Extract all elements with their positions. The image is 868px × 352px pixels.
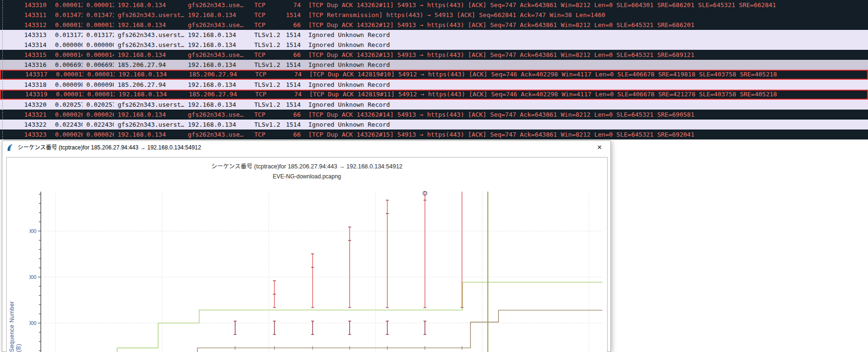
packet-row[interactable]: 143313 0.013172 0.013172 gfs262n343.user… bbox=[0, 30, 868, 40]
packet-length: 1514 bbox=[280, 10, 302, 20]
packet-protocol: TCP bbox=[250, 50, 280, 60]
packet-time: 0.020257 bbox=[51, 100, 83, 110]
packet-time: 0.000013 bbox=[51, 20, 83, 30]
packet-time-delta: 0.000013 bbox=[83, 20, 114, 30]
row-gutter bbox=[0, 60, 6, 70]
packet-time: 0.000012 bbox=[51, 0, 83, 10]
packet-length: 1514 bbox=[280, 30, 302, 40]
packet-no: 143313 bbox=[6, 30, 51, 40]
sequence-chart[interactable]: 405000410000415000 bbox=[29, 188, 604, 352]
packet-info: [TCP Dup ACK 143262#15] 54913 → https(44… bbox=[302, 130, 868, 139]
packet-time-delta: 0.013172 bbox=[83, 30, 114, 40]
packet-no: 143310 bbox=[6, 0, 51, 10]
packet-info: [TCP Dup ACK 143262#11] 54913 → https(44… bbox=[302, 0, 868, 10]
packet-row[interactable]: 143314 0.000000 0.000000 gfs262n343.user… bbox=[0, 40, 868, 50]
packet-row[interactable]: 143319 0.000013 0.000013 192.168.0.134 1… bbox=[0, 90, 868, 100]
packet-time: 0.000098 bbox=[51, 80, 83, 90]
packet-time-delta: 0.000026 bbox=[83, 110, 114, 120]
packet-protocol: TLSv1.2 bbox=[250, 60, 280, 70]
packet-no: 143322 bbox=[6, 120, 51, 130]
packet-row[interactable]: 143322 0.022430 0.022430 gfs262n343.user… bbox=[0, 120, 868, 130]
packet-time: 0.000014 bbox=[51, 50, 83, 60]
packet-row[interactable]: 143320 0.020257 0.020257 gfs262n343.user… bbox=[0, 100, 868, 110]
packet-length: 74 bbox=[281, 91, 303, 99]
svg-text:415000: 415000 bbox=[29, 228, 37, 234]
packet-time: 0.013473 bbox=[51, 10, 83, 20]
packet-no: 143312 bbox=[6, 20, 51, 30]
packet-protocol: TLSv1.2 bbox=[250, 120, 280, 130]
packet-info: [TCP Dup ACK 142819#10] 54912 → https(44… bbox=[303, 71, 867, 79]
packet-source: gfs262n343.userst… bbox=[114, 30, 184, 40]
packet-source: 185.206.27.94 bbox=[114, 80, 184, 90]
packet-time: 0.000000 bbox=[51, 40, 83, 50]
packet-protocol: TLSv1.2 bbox=[250, 40, 280, 50]
packet-time-delta: 0.006693 bbox=[83, 60, 114, 70]
packet-no: 143320 bbox=[6, 100, 51, 110]
packet-destination: 192.168.0.134 bbox=[184, 100, 250, 110]
packet-source: gfs262n343.userst… bbox=[114, 120, 184, 130]
packet-time: 0.000013 bbox=[52, 91, 83, 99]
packet-destination: 185.206.27.94 bbox=[185, 71, 251, 79]
packet-time-delta: 0.000013 bbox=[83, 71, 115, 79]
row-gutter bbox=[0, 110, 6, 120]
packet-source: gfs262n343.userst… bbox=[114, 40, 184, 50]
packet-destination: gfs262n343.use… bbox=[184, 20, 250, 30]
packet-destination: 192.168.0.134 bbox=[184, 30, 250, 40]
packet-length: 66 bbox=[280, 110, 302, 120]
packet-length: 66 bbox=[280, 20, 302, 30]
packet-row[interactable]: 143311 0.013473 0.013473 gfs262n343.user… bbox=[0, 10, 868, 20]
packet-row[interactable]: 143318 0.000098 0.000098 185.206.27.94 1… bbox=[0, 80, 868, 90]
packet-no: 143323 bbox=[6, 130, 51, 139]
packet-length: 1514 bbox=[280, 120, 302, 130]
packet-time: 0.000013 bbox=[52, 71, 83, 79]
packet-row[interactable]: 143315 0.000014 0.000014 192.168.0.134 g… bbox=[0, 50, 868, 60]
packet-protocol: TCP bbox=[250, 10, 280, 20]
packet-no: 143319 bbox=[7, 91, 52, 99]
row-gutter bbox=[0, 100, 6, 110]
packet-length: 74 bbox=[280, 0, 302, 10]
window-edge-divider bbox=[613, 140, 613, 352]
y-axis-label: Sequence Number (B) bbox=[9, 299, 22, 352]
chart-title: シーケンス番号 (tcptrace)for 185.206.27.94:443 … bbox=[7, 161, 607, 170]
svg-text:405000: 405000 bbox=[29, 320, 37, 326]
packet-source: 192.168.0.134 bbox=[114, 50, 184, 60]
packet-length: 74 bbox=[281, 71, 303, 79]
packet-destination: 192.168.0.134 bbox=[184, 60, 250, 70]
packet-protocol: TCP bbox=[250, 110, 280, 120]
row-gutter bbox=[0, 50, 6, 60]
row-gutter bbox=[0, 0, 6, 10]
packet-protocol: TCP bbox=[250, 0, 280, 10]
packet-time-delta: 0.020257 bbox=[83, 100, 114, 110]
packet-time: 0.000026 bbox=[51, 110, 83, 120]
packet-row[interactable]: 143323 0.000026 0.000026 192.168.0.134 g… bbox=[0, 130, 868, 139]
packet-source: 192.168.0.134 bbox=[114, 130, 184, 139]
packet-length: 66 bbox=[280, 50, 302, 60]
packet-row[interactable]: 143316 0.006693 0.006693 185.206.27.94 1… bbox=[0, 60, 868, 70]
packet-source: 192.168.0.134 bbox=[114, 0, 184, 10]
packet-time-delta: 0.022430 bbox=[83, 120, 114, 130]
packet-length: 1514 bbox=[280, 60, 302, 70]
packet-info: Ignored Unknown Record bbox=[302, 30, 868, 40]
packet-source: gfs262n343.userst… bbox=[114, 10, 184, 20]
packet-destination: 192.168.0.134 bbox=[184, 120, 250, 130]
packet-info: [TCP Dup ACK 143262#12] 54913 → https(44… bbox=[302, 20, 868, 30]
close-icon[interactable]: ✕ bbox=[592, 141, 607, 154]
packet-protocol: TCP bbox=[250, 130, 280, 139]
dialog-titlebar[interactable]: シーケンス番号 (tcptrace)for 185.206.27.94:443 … bbox=[2, 141, 610, 154]
packet-no: 143315 bbox=[6, 50, 51, 60]
packet-row[interactable]: 143310 0.000012 0.000012 192.168.0.134 g… bbox=[0, 0, 868, 10]
packet-no: 143311 bbox=[6, 10, 51, 20]
packet-destination: gfs262n343.use… bbox=[184, 0, 250, 10]
row-gutter bbox=[1, 71, 7, 79]
row-gutter bbox=[0, 10, 6, 20]
packet-row[interactable]: 143317 0.000013 0.000013 192.168.0.134 1… bbox=[0, 70, 868, 80]
row-gutter bbox=[0, 120, 6, 130]
packet-no: 143316 bbox=[6, 60, 51, 70]
packet-row[interactable]: 143321 0.000026 0.000026 192.168.0.134 g… bbox=[0, 110, 868, 120]
packet-destination: gfs262n343.use… bbox=[184, 50, 250, 60]
packet-info: [TCP Dup ACK 143262#13] 54913 → https(44… bbox=[302, 50, 868, 60]
packet-protocol: TLSv1.2 bbox=[250, 80, 280, 90]
packet-source: 192.168.0.134 bbox=[114, 110, 184, 120]
packet-no: 143317 bbox=[7, 71, 52, 79]
packet-row[interactable]: 143312 0.000013 0.000013 192.168.0.134 g… bbox=[0, 20, 868, 30]
